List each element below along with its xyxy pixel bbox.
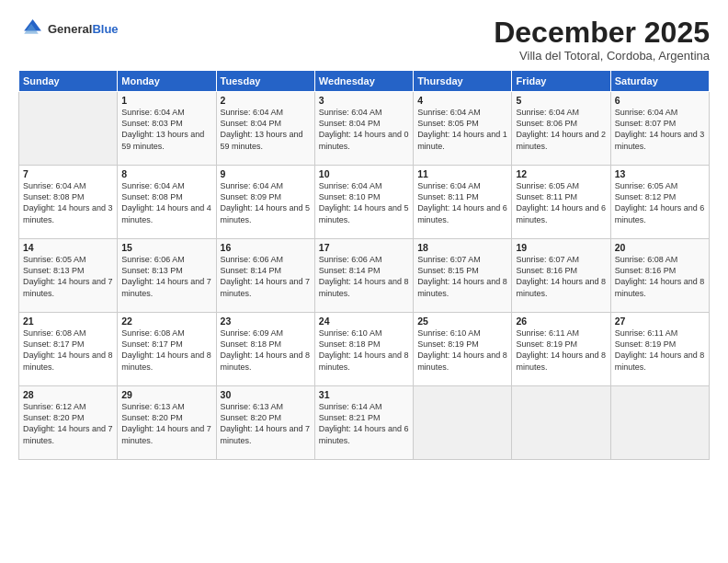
day-number: 19: [516, 242, 606, 253]
header-monday: Monday: [118, 71, 216, 92]
day-number: 5: [516, 95, 606, 106]
table-row: 8Sunrise: 6:04 AMSunset: 8:08 PMDaylight…: [118, 166, 216, 239]
header-row: Sunday Monday Tuesday Wednesday Thursday…: [19, 71, 710, 92]
day-number: 2: [221, 95, 311, 106]
table-row: 11Sunrise: 6:04 AMSunset: 8:11 PMDayligh…: [414, 166, 512, 239]
logo-blue: Blue: [92, 22, 118, 36]
day-number: 28: [23, 389, 113, 400]
day-number: 16: [221, 242, 311, 253]
header-saturday: Saturday: [610, 71, 709, 92]
cell-details: Sunrise: 6:06 AMSunset: 8:14 PMDaylight:…: [221, 254, 311, 299]
cell-details: Sunrise: 6:04 AMSunset: 8:05 PMDaylight:…: [417, 107, 507, 152]
cell-details: Sunrise: 6:05 AMSunset: 8:12 PMDaylight:…: [615, 180, 705, 225]
day-number: 11: [417, 168, 507, 179]
day-number: 8: [121, 168, 211, 179]
month-title: December 2025: [494, 17, 710, 49]
day-number: 6: [615, 95, 705, 106]
day-number: 15: [121, 242, 211, 253]
table-row: 30Sunrise: 6:13 AMSunset: 8:20 PMDayligh…: [216, 386, 314, 460]
day-number: 17: [319, 242, 409, 253]
day-number: 1: [121, 95, 211, 106]
calendar-row: 1Sunrise: 6:04 AMSunset: 8:03 PMDaylight…: [19, 92, 710, 166]
cell-details: Sunrise: 6:05 AMSunset: 8:13 PMDaylight:…: [23, 254, 113, 299]
day-number: 4: [417, 95, 507, 106]
table-row: 14Sunrise: 6:05 AMSunset: 8:13 PMDayligh…: [19, 239, 118, 313]
cell-details: Sunrise: 6:04 AMSunset: 8:04 PMDaylight:…: [319, 107, 409, 152]
calendar-row: 21Sunrise: 6:08 AMSunset: 8:17 PMDayligh…: [19, 313, 710, 386]
table-row: 26Sunrise: 6:11 AMSunset: 8:19 PMDayligh…: [512, 313, 610, 386]
header-wednesday: Wednesday: [314, 71, 413, 92]
cell-details: Sunrise: 6:13 AMSunset: 8:20 PMDaylight:…: [121, 401, 211, 446]
day-number: 22: [121, 316, 211, 327]
table-row: 13Sunrise: 6:05 AMSunset: 8:12 PMDayligh…: [610, 166, 709, 239]
logo-general: General: [48, 22, 92, 36]
table-row: 20Sunrise: 6:08 AMSunset: 8:16 PMDayligh…: [610, 239, 709, 313]
table-row: 24Sunrise: 6:10 AMSunset: 8:18 PMDayligh…: [314, 313, 413, 386]
table-row: [610, 386, 709, 460]
table-row: 28Sunrise: 6:12 AMSunset: 8:20 PMDayligh…: [19, 386, 118, 460]
table-row: 9Sunrise: 6:04 AMSunset: 8:09 PMDaylight…: [216, 166, 314, 239]
cell-details: Sunrise: 6:04 AMSunset: 8:09 PMDaylight:…: [221, 180, 311, 225]
table-row: 3Sunrise: 6:04 AMSunset: 8:04 PMDaylight…: [314, 92, 413, 166]
day-number: 29: [121, 389, 211, 400]
table-row: 23Sunrise: 6:09 AMSunset: 8:18 PMDayligh…: [216, 313, 314, 386]
cell-details: Sunrise: 6:04 AMSunset: 8:08 PMDaylight:…: [121, 180, 211, 225]
logo-icon: [18, 17, 44, 42]
cell-details: Sunrise: 6:04 AMSunset: 8:04 PMDaylight:…: [221, 107, 311, 152]
day-number: 3: [319, 95, 409, 106]
day-number: 14: [23, 242, 113, 253]
title-block: December 2025 Villa del Totoral, Cordoba…: [494, 17, 710, 63]
cell-details: Sunrise: 6:11 AMSunset: 8:19 PMDaylight:…: [516, 327, 606, 373]
cell-details: Sunrise: 6:06 AMSunset: 8:13 PMDaylight:…: [121, 254, 211, 299]
cell-details: Sunrise: 6:04 AMSunset: 8:08 PMDaylight:…: [23, 180, 113, 225]
cell-details: Sunrise: 6:04 AMSunset: 8:06 PMDaylight:…: [516, 107, 606, 152]
table-row: 18Sunrise: 6:07 AMSunset: 8:15 PMDayligh…: [414, 239, 512, 313]
cell-details: Sunrise: 6:08 AMSunset: 8:17 PMDaylight:…: [121, 327, 211, 373]
day-number: 18: [417, 242, 507, 253]
cell-details: Sunrise: 6:04 AMSunset: 8:11 PMDaylight:…: [417, 180, 507, 225]
header-friday: Friday: [512, 71, 610, 92]
cell-details: Sunrise: 6:14 AMSunset: 8:21 PMDaylight:…: [319, 401, 409, 446]
header-thursday: Thursday: [414, 71, 512, 92]
day-number: 25: [417, 316, 507, 327]
day-number: 7: [23, 168, 113, 179]
day-number: 10: [319, 168, 409, 179]
calendar-row: 28Sunrise: 6:12 AMSunset: 8:20 PMDayligh…: [19, 386, 710, 460]
cell-details: Sunrise: 6:10 AMSunset: 8:18 PMDaylight:…: [319, 327, 409, 373]
calendar-row: 14Sunrise: 6:05 AMSunset: 8:13 PMDayligh…: [19, 239, 710, 313]
logo: GeneralBlue: [18, 17, 119, 42]
day-number: 9: [221, 168, 311, 179]
cell-details: Sunrise: 6:08 AMSunset: 8:17 PMDaylight:…: [23, 327, 113, 373]
table-row: 29Sunrise: 6:13 AMSunset: 8:20 PMDayligh…: [118, 386, 216, 460]
day-number: 27: [615, 316, 705, 327]
day-number: 12: [516, 168, 606, 179]
cell-details: Sunrise: 6:12 AMSunset: 8:20 PMDaylight:…: [23, 401, 113, 446]
table-row: 5Sunrise: 6:04 AMSunset: 8:06 PMDaylight…: [512, 92, 610, 166]
calendar-body: 1Sunrise: 6:04 AMSunset: 8:03 PMDaylight…: [19, 92, 710, 460]
day-number: 20: [615, 242, 705, 253]
day-number: 23: [221, 316, 311, 327]
header-sunday: Sunday: [19, 71, 118, 92]
table-row: [512, 386, 610, 460]
table-row: 15Sunrise: 6:06 AMSunset: 8:13 PMDayligh…: [118, 239, 216, 313]
table-row: 25Sunrise: 6:10 AMSunset: 8:19 PMDayligh…: [414, 313, 512, 386]
table-row: [19, 92, 118, 166]
table-row: 7Sunrise: 6:04 AMSunset: 8:08 PMDaylight…: [19, 166, 118, 239]
calendar-row: 7Sunrise: 6:04 AMSunset: 8:08 PMDaylight…: [19, 166, 710, 239]
cell-details: Sunrise: 6:09 AMSunset: 8:18 PMDaylight:…: [221, 327, 311, 373]
header: GeneralBlue December 2025 Villa del Toto…: [18, 17, 710, 63]
cell-details: Sunrise: 6:04 AMSunset: 8:07 PMDaylight:…: [615, 107, 705, 152]
table-row: 6Sunrise: 6:04 AMSunset: 8:07 PMDaylight…: [610, 92, 709, 166]
day-number: 21: [23, 316, 113, 327]
table-row: 19Sunrise: 6:07 AMSunset: 8:16 PMDayligh…: [512, 239, 610, 313]
table-row: 27Sunrise: 6:11 AMSunset: 8:19 PMDayligh…: [610, 313, 709, 386]
calendar-page: GeneralBlue December 2025 Villa del Toto…: [0, 0, 728, 563]
table-row: 2Sunrise: 6:04 AMSunset: 8:04 PMDaylight…: [216, 92, 314, 166]
day-number: 26: [516, 316, 606, 327]
cell-details: Sunrise: 6:04 AMSunset: 8:03 PMDaylight:…: [121, 107, 211, 152]
day-number: 30: [221, 389, 311, 400]
table-row: 31Sunrise: 6:14 AMSunset: 8:21 PMDayligh…: [314, 386, 413, 460]
day-number: 31: [319, 389, 409, 400]
day-number: 13: [615, 168, 705, 179]
cell-details: Sunrise: 6:06 AMSunset: 8:14 PMDaylight:…: [319, 254, 409, 299]
